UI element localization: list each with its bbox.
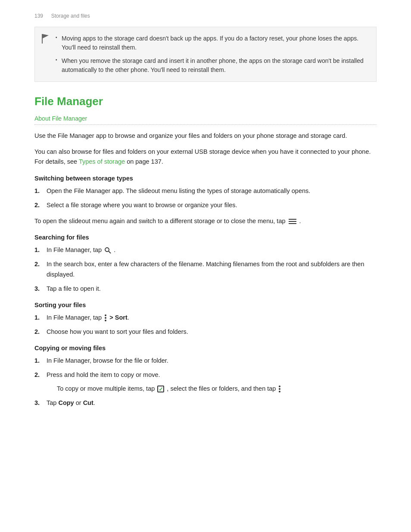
step-content-2: Select a file storage where you want to … xyxy=(47,200,377,210)
search-step1-text-before: In File Manager, tap xyxy=(47,246,102,253)
search-step-content-2: In the search box, enter a few character… xyxy=(47,259,377,279)
copy-step3-mid: or xyxy=(74,399,83,406)
search-step-num-3: 3. xyxy=(34,284,42,294)
svg-point-0 xyxy=(105,248,109,252)
sort-bold: > Sort xyxy=(109,314,128,321)
note-box: Moving apps to the storage card doesn't … xyxy=(34,27,377,82)
switching-note: To open the slideout menu again and swit… xyxy=(34,216,377,226)
sort-step-num-1: 1. xyxy=(34,313,42,323)
copy-subnote-after: , select the files or folders, and then … xyxy=(167,385,276,392)
copy-step-content-3: Tap Copy or Cut. xyxy=(47,398,377,408)
section-title: File Manager xyxy=(34,95,377,108)
vertical-dots-icon xyxy=(105,314,106,321)
copy-step-num-1: 1. xyxy=(34,356,42,366)
copying-step-1: 1. In File Manager, browse for the file … xyxy=(34,356,377,366)
searching-step-1: 1. In File Manager, tap . xyxy=(34,245,377,255)
copy-bold1: Copy xyxy=(58,399,74,406)
sorting-step-2: 2. Choose how you want to sort your file… xyxy=(34,327,377,337)
switching-heading: Switching between storage types xyxy=(34,175,377,182)
about-para2: You can also browse for files and folder… xyxy=(34,147,377,167)
flag-icon xyxy=(42,34,50,44)
switching-steps-list: 1. Open the File Manager app. The slideo… xyxy=(34,186,377,210)
checkbox-icon xyxy=(157,386,164,392)
sort-step1-text-bold: > Sort xyxy=(109,314,128,321)
switching-note-after: . xyxy=(299,218,301,224)
copying-steps-list: 1. In File Manager, browse for the file … xyxy=(34,356,377,408)
copy-step3-end: . xyxy=(93,399,95,406)
copy-subnote-before: To copy or move multiple items, tap xyxy=(57,385,155,392)
searching-heading: Searching for files xyxy=(34,234,377,241)
breadcrumb-separator xyxy=(46,13,49,19)
search-step-content-1: In File Manager, tap . xyxy=(47,245,377,255)
search-step1-text-after: . xyxy=(114,246,115,253)
types-of-storage-link[interactable]: Types of storage xyxy=(79,158,125,165)
note-content: Moving apps to the storage card doesn't … xyxy=(56,34,367,75)
step-content-1: Open the File Manager app. The slideout … xyxy=(47,186,377,196)
searching-steps-list: 1. In File Manager, tap . 2. In the sear… xyxy=(34,245,377,294)
about-para1: Use the File Manager app to browse and o… xyxy=(34,131,377,141)
sort-step-num-2: 2. xyxy=(34,327,42,337)
copy-step2-text: Press and hold the item to copy or move. xyxy=(47,371,160,378)
copy-step-num-2: 2. xyxy=(34,370,42,393)
search-step-num-1: 1. xyxy=(34,245,42,255)
copy-step-content-1: In File Manager, browse for the file or … xyxy=(47,356,377,366)
copy-bold2: Cut xyxy=(83,399,93,406)
breadcrumb: 139 Storage and files xyxy=(34,13,377,19)
searching-step-3: 3. Tap a file to open it. xyxy=(34,284,377,294)
note-item-1: Moving apps to the storage card doesn't … xyxy=(56,34,367,52)
svg-line-1 xyxy=(109,252,111,253)
copy-step-content-2: Press and hold the item to copy or move.… xyxy=(47,370,377,393)
note-item-2: When you remove the storage card and ins… xyxy=(56,56,367,75)
page-number: 139 xyxy=(34,13,43,19)
copying-heading: Copying or moving files xyxy=(34,345,377,352)
search-icon xyxy=(104,247,111,254)
switching-step-2: 2. Select a file storage where you want … xyxy=(34,200,377,210)
about-para2-text2: on page 137. xyxy=(125,158,163,165)
searching-step-2: 2. In the search box, enter a few charac… xyxy=(34,259,377,279)
step-num-2: 2. xyxy=(34,200,42,210)
copy-step-num-3: 3. xyxy=(34,398,42,408)
sorting-heading: Sorting your files xyxy=(34,302,377,308)
sort-step1-text-before: In File Manager, tap xyxy=(47,314,102,321)
about-heading: About File Manager xyxy=(34,115,377,125)
sort-step-content-2: Choose how you want to sort your files a… xyxy=(47,327,377,337)
search-step-content-3: Tap a file to open it. xyxy=(47,284,377,294)
sort-step-content-1: In File Manager, tap > Sort. xyxy=(47,313,377,323)
menu-icon xyxy=(289,219,296,224)
sort-step1-text-after: . xyxy=(128,314,129,321)
copy-step3-before: Tap xyxy=(47,399,58,406)
breadcrumb-section: Storage and files xyxy=(51,13,90,19)
page: 139 Storage and files Moving apps to the… xyxy=(0,0,411,532)
file-manager-section: File Manager About File Manager Use the … xyxy=(34,95,377,408)
switching-step-1: 1. Open the File Manager app. The slideo… xyxy=(34,186,377,196)
sorting-step-1: 1. In File Manager, tap > Sort. xyxy=(34,313,377,323)
note-list: Moving apps to the storage card doesn't … xyxy=(56,34,367,75)
vertical-dots-icon-2 xyxy=(279,386,280,392)
copying-step-2: 2. Press and hold the item to copy or mo… xyxy=(34,370,377,393)
sorting-steps-list: 1. In File Manager, tap > Sort. 2. Choos… xyxy=(34,313,377,337)
step-num-1: 1. xyxy=(34,186,42,196)
switching-note-text: To open the slideout menu again and swit… xyxy=(34,218,286,224)
search-step-num-2: 2. xyxy=(34,259,42,279)
copying-step-3: 3. Tap Copy or Cut. xyxy=(34,398,377,408)
copy-step2-sub-note: To copy or move multiple items, tap , se… xyxy=(57,384,377,394)
